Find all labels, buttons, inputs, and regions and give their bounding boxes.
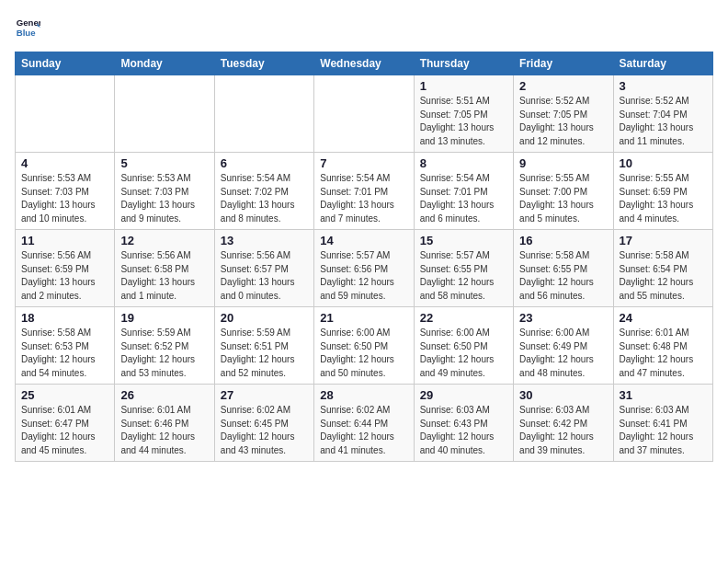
day-info: Sunrise: 6:02 AM Sunset: 6:45 PM Dayligh… [221, 404, 308, 457]
calendar-cell: 4Sunrise: 5:53 AM Sunset: 7:03 PM Daylig… [16, 153, 115, 230]
day-info: Sunrise: 5:59 AM Sunset: 6:52 PM Dayligh… [120, 327, 208, 380]
calendar-cell: 9Sunrise: 5:55 AM Sunset: 7:00 PM Daylig… [514, 153, 613, 230]
calendar-week-row: 25Sunrise: 6:01 AM Sunset: 6:47 PM Dayli… [16, 385, 713, 462]
day-number: 19 [120, 311, 208, 325]
day-info: Sunrise: 5:52 AM Sunset: 7:05 PM Dayligh… [519, 95, 607, 148]
day-info: Sunrise: 5:54 AM Sunset: 7:02 PM Dayligh… [221, 172, 308, 225]
day-number: 11 [21, 234, 108, 247]
calendar-cell: 8Sunrise: 5:54 AM Sunset: 7:01 PM Daylig… [414, 153, 513, 230]
calendar-cell: 13Sunrise: 5:56 AM Sunset: 6:57 PM Dayli… [214, 230, 313, 307]
weekday-header-tuesday: Tuesday [214, 52, 313, 75]
calendar-cell: 2Sunrise: 5:52 AM Sunset: 7:05 PM Daylig… [514, 75, 613, 153]
calendar-cell: 31Sunrise: 6:03 AM Sunset: 6:41 PM Dayli… [613, 385, 712, 462]
day-number: 31 [620, 388, 707, 402]
svg-text:Blue: Blue [17, 28, 36, 38]
day-number: 15 [420, 234, 507, 247]
day-number: 7 [320, 156, 407, 170]
calendar-cell: 24Sunrise: 6:01 AM Sunset: 6:48 PM Dayli… [613, 307, 712, 385]
day-number: 12 [120, 234, 208, 247]
day-number: 30 [519, 388, 607, 402]
day-info: Sunrise: 5:59 AM Sunset: 6:51 PM Dayligh… [221, 327, 308, 380]
calendar-cell: 19Sunrise: 5:59 AM Sunset: 6:52 PM Dayli… [115, 307, 214, 385]
weekday-header-friday: Friday [514, 52, 613, 75]
calendar-cell: 15Sunrise: 5:57 AM Sunset: 6:55 PM Dayli… [414, 230, 513, 307]
calendar-cell: 12Sunrise: 5:56 AM Sunset: 6:58 PM Dayli… [115, 230, 214, 307]
day-number: 6 [221, 156, 308, 170]
calendar-cell [115, 75, 214, 153]
weekday-header-wednesday: Wednesday [314, 52, 414, 75]
day-number: 29 [420, 388, 507, 402]
calendar-cell: 14Sunrise: 5:57 AM Sunset: 6:56 PM Dayli… [314, 230, 414, 307]
calendar-cell: 7Sunrise: 5:54 AM Sunset: 7:01 PM Daylig… [314, 153, 414, 230]
logo-icon: General Blue [15, 15, 40, 40]
day-info: Sunrise: 6:01 AM Sunset: 6:46 PM Dayligh… [120, 404, 208, 457]
day-info: Sunrise: 5:58 AM Sunset: 6:54 PM Dayligh… [620, 249, 707, 303]
calendar-cell: 23Sunrise: 6:00 AM Sunset: 6:49 PM Dayli… [514, 307, 613, 385]
calendar-cell: 29Sunrise: 6:03 AM Sunset: 6:43 PM Dayli… [414, 385, 513, 462]
day-number: 14 [320, 234, 407, 247]
calendar-cell: 3Sunrise: 5:52 AM Sunset: 7:04 PM Daylig… [613, 75, 712, 153]
calendar-cell: 5Sunrise: 5:53 AM Sunset: 7:03 PM Daylig… [115, 153, 214, 230]
day-info: Sunrise: 5:51 AM Sunset: 7:05 PM Dayligh… [420, 95, 507, 148]
calendar-week-row: 4Sunrise: 5:53 AM Sunset: 7:03 PM Daylig… [16, 153, 713, 230]
day-number: 4 [21, 156, 108, 170]
calendar-week-row: 1Sunrise: 5:51 AM Sunset: 7:05 PM Daylig… [16, 75, 713, 153]
calendar-cell: 28Sunrise: 6:02 AM Sunset: 6:44 PM Dayli… [314, 385, 414, 462]
day-number: 13 [221, 234, 308, 247]
calendar-cell: 21Sunrise: 6:00 AM Sunset: 6:50 PM Dayli… [314, 307, 414, 385]
calendar-cell: 18Sunrise: 5:58 AM Sunset: 6:53 PM Dayli… [16, 307, 115, 385]
calendar-cell: 17Sunrise: 5:58 AM Sunset: 6:54 PM Dayli… [613, 230, 712, 307]
page-header: General Blue [15, 15, 713, 40]
day-number: 3 [620, 79, 707, 93]
weekday-header-monday: Monday [115, 52, 214, 75]
calendar-cell: 27Sunrise: 6:02 AM Sunset: 6:45 PM Dayli… [214, 385, 313, 462]
day-number: 27 [221, 388, 308, 402]
day-info: Sunrise: 6:00 AM Sunset: 6:50 PM Dayligh… [320, 327, 407, 380]
day-info: Sunrise: 6:03 AM Sunset: 6:42 PM Dayligh… [519, 404, 607, 457]
day-number: 9 [519, 156, 607, 170]
day-info: Sunrise: 5:55 AM Sunset: 7:00 PM Dayligh… [519, 172, 607, 225]
day-number: 21 [320, 311, 407, 325]
calendar-cell [16, 75, 115, 153]
day-info: Sunrise: 5:54 AM Sunset: 7:01 PM Dayligh… [320, 172, 407, 225]
calendar-table: SundayMondayTuesdayWednesdayThursdayFrid… [15, 52, 713, 462]
day-info: Sunrise: 6:01 AM Sunset: 6:48 PM Dayligh… [620, 327, 707, 380]
day-number: 2 [519, 79, 607, 93]
logo: General Blue [15, 15, 44, 40]
day-info: Sunrise: 6:03 AM Sunset: 6:43 PM Dayligh… [420, 404, 507, 457]
day-info: Sunrise: 5:54 AM Sunset: 7:01 PM Dayligh… [420, 172, 507, 225]
calendar-cell: 1Sunrise: 5:51 AM Sunset: 7:05 PM Daylig… [414, 75, 513, 153]
day-info: Sunrise: 6:00 AM Sunset: 6:49 PM Dayligh… [519, 327, 607, 380]
day-number: 22 [420, 311, 507, 325]
day-number: 26 [120, 388, 208, 402]
day-info: Sunrise: 6:02 AM Sunset: 6:44 PM Dayligh… [320, 404, 407, 457]
calendar-week-row: 11Sunrise: 5:56 AM Sunset: 6:59 PM Dayli… [16, 230, 713, 307]
day-number: 18 [21, 311, 108, 325]
calendar-week-row: 18Sunrise: 5:58 AM Sunset: 6:53 PM Dayli… [16, 307, 713, 385]
calendar-cell: 22Sunrise: 6:00 AM Sunset: 6:50 PM Dayli… [414, 307, 513, 385]
day-number: 24 [620, 311, 707, 325]
day-number: 23 [519, 311, 607, 325]
day-info: Sunrise: 5:56 AM Sunset: 6:59 PM Dayligh… [21, 249, 108, 303]
day-info: Sunrise: 5:57 AM Sunset: 6:56 PM Dayligh… [320, 249, 407, 303]
day-info: Sunrise: 5:53 AM Sunset: 7:03 PM Dayligh… [120, 172, 208, 225]
day-info: Sunrise: 5:58 AM Sunset: 6:55 PM Dayligh… [519, 249, 607, 303]
calendar-cell [314, 75, 414, 153]
day-info: Sunrise: 5:57 AM Sunset: 6:55 PM Dayligh… [420, 249, 507, 303]
calendar-cell: 16Sunrise: 5:58 AM Sunset: 6:55 PM Dayli… [514, 230, 613, 307]
weekday-header-thursday: Thursday [414, 52, 513, 75]
day-info: Sunrise: 5:56 AM Sunset: 6:58 PM Dayligh… [120, 249, 208, 303]
day-number: 25 [21, 388, 108, 402]
day-info: Sunrise: 5:58 AM Sunset: 6:53 PM Dayligh… [21, 327, 108, 380]
day-info: Sunrise: 5:52 AM Sunset: 7:04 PM Dayligh… [620, 95, 707, 148]
weekday-header-row: SundayMondayTuesdayWednesdayThursdayFrid… [16, 52, 713, 75]
calendar-cell: 25Sunrise: 6:01 AM Sunset: 6:47 PM Dayli… [16, 385, 115, 462]
day-number: 8 [420, 156, 507, 170]
day-info: Sunrise: 6:00 AM Sunset: 6:50 PM Dayligh… [420, 327, 507, 380]
day-number: 17 [620, 234, 707, 247]
weekday-header-sunday: Sunday [16, 52, 115, 75]
day-info: Sunrise: 6:01 AM Sunset: 6:47 PM Dayligh… [21, 404, 108, 457]
weekday-header-saturday: Saturday [613, 52, 712, 75]
day-info: Sunrise: 5:56 AM Sunset: 6:57 PM Dayligh… [221, 249, 308, 303]
day-number: 1 [420, 79, 507, 93]
